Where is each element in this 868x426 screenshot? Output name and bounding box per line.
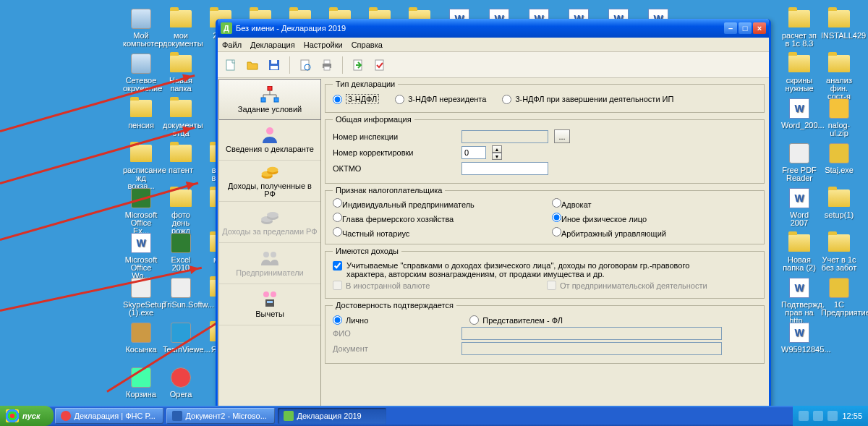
svg-point-26 xyxy=(271,291,276,297)
sidebar: Задание условий Сведения о декларанте До… xyxy=(218,79,321,409)
desktop-icon[interactable]: анализ фин. сост-я xyxy=(821,52,857,101)
svg-point-18 xyxy=(267,167,278,173)
titlebar[interactable]: Д Без имени - Декларация 2019 – □ × xyxy=(218,19,769,38)
coins-icon xyxy=(260,163,280,180)
sidebar-item-income-rf[interactable]: Доходы, полученные в РФ xyxy=(219,161,320,202)
check-entrepreneur[interactable]: От предпринимательской деятельности xyxy=(547,281,757,290)
tray-icon[interactable] xyxy=(827,411,838,421)
menu-help[interactable]: Справка xyxy=(352,41,383,49)
desktop-icon[interactable]: setup(1) xyxy=(821,187,857,219)
desktop-icon[interactable]: патент xyxy=(163,142,199,174)
radio-representative[interactable]: Представителем - ФЛ xyxy=(469,315,563,325)
svg-rect-12 xyxy=(261,98,265,102)
desktop-icon[interactable]: мои документы xyxy=(163,7,199,48)
radio-lawyer[interactable]: Адвокат xyxy=(552,198,757,209)
radio-personally[interactable]: Лично xyxy=(333,315,368,325)
desktop-icon[interactable]: WПодтвержд. прав на http... xyxy=(781,276,817,325)
radio-farmer[interactable]: Глава фермерского хозяйства xyxy=(333,213,537,223)
clock[interactable]: 12:55 xyxy=(842,412,862,420)
svg-rect-11 xyxy=(268,86,272,90)
tray-icon[interactable] xyxy=(813,411,823,421)
desktop-icon[interactable]: Корзина xyxy=(123,366,159,399)
app-icon: Д xyxy=(221,22,232,34)
toolbar xyxy=(218,52,769,78)
taskbar-task[interactable]: Документ2 - Microso... xyxy=(166,408,275,424)
desktop-icon[interactable]: Новая папка (2) xyxy=(781,231,817,272)
desktop-icon[interactable]: Free PDF Reader xyxy=(781,142,817,182)
desktop-icon[interactable]: TriSun.Softw... xyxy=(163,276,199,309)
menu-settings[interactable]: Настройки xyxy=(304,41,343,49)
desktop-icon[interactable]: расписание жд вокза... xyxy=(123,142,159,190)
desktop-icon[interactable]: nalog-ul.zip xyxy=(821,97,857,137)
document-input[interactable] xyxy=(461,342,722,355)
desktop-icon[interactable]: WWord 2007 xyxy=(781,187,817,227)
desktop-icon[interactable]: Microsoft Office Ex... xyxy=(123,187,159,235)
desktop-icon[interactable]: Новая папка xyxy=(163,52,199,93)
desktop-icon[interactable]: WW95912845... xyxy=(781,321,817,354)
oktmo-input[interactable] xyxy=(461,162,548,175)
desktop-icon[interactable]: пенсия xyxy=(123,97,159,129)
save-button[interactable] xyxy=(265,56,283,74)
minimize-button[interactable]: – xyxy=(724,22,737,34)
desktop-icon[interactable]: Excel 2010 xyxy=(163,231,199,272)
desktop-icon[interactable]: INSTALL429 xyxy=(821,7,857,40)
desktop-icon[interactable]: WMicrosoft Office Wo... xyxy=(123,231,159,280)
tray-icon[interactable] xyxy=(799,411,809,421)
maximize-button[interactable]: □ xyxy=(739,22,752,34)
radio-other-person[interactable]: Иное физическое лицо xyxy=(552,213,757,223)
radio-notary[interactable]: Частный нотариус xyxy=(333,227,537,238)
svg-rect-7 xyxy=(324,60,330,64)
spin-down[interactable]: ▼ xyxy=(492,153,502,160)
desktop-icon[interactable]: расчет зп в 1с 8.3 xyxy=(781,7,817,48)
spin-up[interactable]: ▲ xyxy=(492,145,502,153)
desktop-icon[interactable]: Косынка xyxy=(123,321,159,354)
taskbar-task-active[interactable]: Декларация 2019 xyxy=(278,408,386,424)
menu-declaration[interactable]: Декларация xyxy=(250,41,295,49)
system-tray[interactable]: 12:55 xyxy=(793,406,868,426)
start-button[interactable]: пуск xyxy=(0,406,54,426)
menu-file[interactable]: Файл xyxy=(222,41,242,49)
inspection-browse-button[interactable]: ... xyxy=(554,129,570,143)
preview-button[interactable] xyxy=(297,56,314,74)
check-foreign[interactable]: В иностранной валюте xyxy=(333,281,542,290)
inspection-input[interactable] xyxy=(461,130,548,143)
desktop-icon[interactable]: скрины нужные xyxy=(781,52,817,93)
person-icon xyxy=(260,126,280,143)
desktop-icon[interactable]: TeamViewe... xyxy=(163,321,199,354)
print-button[interactable] xyxy=(318,56,336,74)
svg-rect-13 xyxy=(274,98,278,102)
open-button[interactable] xyxy=(244,56,261,74)
radio-3ndfl-ip[interactable]: 3-НДФЛ при завершении деятельности ИП xyxy=(502,94,673,104)
svg-rect-28 xyxy=(267,301,273,303)
radio-3ndfl-nonresident[interactable]: 3-НДФЛ нерезидента xyxy=(395,94,486,104)
export-button[interactable] xyxy=(349,56,367,74)
taskbar-task[interactable]: Декларация | ФНС Р... xyxy=(55,408,163,424)
fio-input[interactable] xyxy=(461,327,722,340)
desktop-icon[interactable]: Opera xyxy=(163,366,199,399)
desktop-icon[interactable]: Сетевое окружение xyxy=(123,52,159,93)
sidebar-item-entrepreneurs[interactable]: Предприниматели xyxy=(219,243,320,284)
desktop-icon[interactable]: документы отца xyxy=(163,97,199,137)
desktop-icon[interactable]: Мой компьютер xyxy=(123,7,159,48)
sidebar-item-declarant[interactable]: Сведения о декларанте xyxy=(219,119,320,161)
income-group: Имеются доходы Учитываемые "справками о … xyxy=(325,247,765,299)
radio-3ndfl[interactable]: 3-НДФЛ xyxy=(333,94,379,104)
radio-ip[interactable]: Индивидуальный предприниматель xyxy=(333,198,537,209)
new-button[interactable] xyxy=(222,56,239,74)
desktop-icon[interactable]: WWord_200... xyxy=(781,97,817,129)
close-button[interactable]: × xyxy=(753,22,766,34)
desktop-icon[interactable]: SkypeSetup (1).exe xyxy=(123,276,159,317)
sidebar-item-conditions[interactable]: Задание условий xyxy=(218,79,321,120)
svg-point-14 xyxy=(266,127,273,135)
desktop-icon[interactable]: Учет в 1с без забот xyxy=(821,231,857,272)
menubar: Файл Декларация Настройки Справка xyxy=(218,38,769,52)
desktop-icon[interactable]: Staj.exe xyxy=(821,142,857,174)
desktop-icon[interactable]: 1С Предприятие xyxy=(821,276,857,317)
check-income-certs[interactable] xyxy=(333,261,342,270)
sidebar-item-deductions[interactable]: Вычеты xyxy=(219,284,320,325)
desktop-icon[interactable]: фото день рожд xyxy=(163,187,199,235)
radio-arbitration[interactable]: Арбитражный управляющий xyxy=(552,227,757,238)
sidebar-item-income-abroad[interactable]: Доходы за пределами РФ xyxy=(219,202,320,243)
check-button[interactable] xyxy=(371,56,388,74)
correction-input[interactable] xyxy=(461,146,486,159)
